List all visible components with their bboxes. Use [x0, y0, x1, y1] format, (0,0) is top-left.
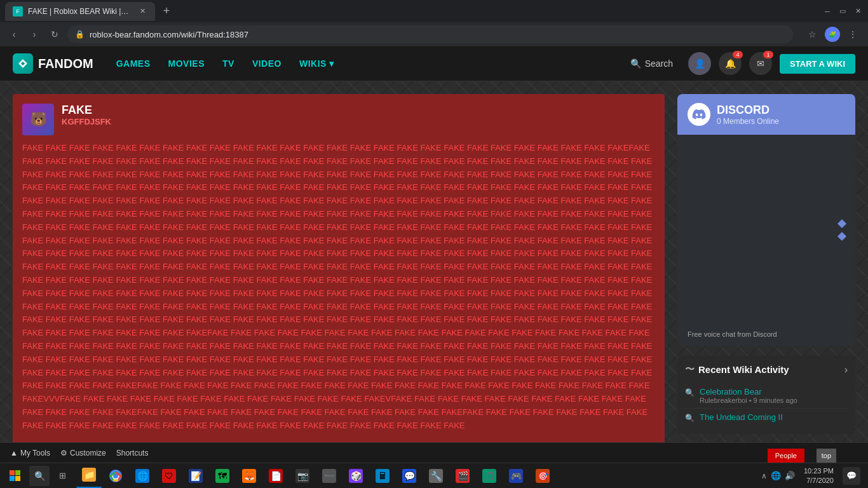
- taskbar-search-button[interactable]: 🔍: [29, 466, 50, 486]
- speaker-icon[interactable]: 🔊: [785, 471, 795, 480]
- post-card: 🐻 FAKE KGFFDJSFK FAKE FAKE FAKE FAKE FAK…: [13, 94, 665, 459]
- minimize-button[interactable]: ─: [822, 6, 832, 17]
- taskbar-right: ∧ 🌐 🔊 10:23 PM 7/7/2020 💬: [761, 464, 865, 487]
- activity-content-1: The Undead Coming II: [700, 412, 848, 422]
- my-tools-button[interactable]: ▲ My Tools: [10, 449, 50, 458]
- address-bar[interactable]: 🔒 roblox-bear.fandom.com/wiki/Thread:183…: [67, 25, 793, 43]
- activity-expand-button[interactable]: ›: [844, 364, 848, 376]
- taskbar-app-9[interactable]: 📷: [290, 463, 315, 489]
- browser-tab[interactable]: F FAKE | Roblox BEAR Wiki | Fando... ✕: [5, 2, 155, 21]
- recent-activity: 〜 Recent Wiki Activity › 🔍 Celebration B…: [677, 356, 855, 434]
- post-container: 🐻 FAKE KGFFDJSFK FAKE FAKE FAKE FAKE FAK…: [13, 94, 665, 459]
- maximize-button[interactable]: ▭: [837, 6, 848, 17]
- undead-coming-link[interactable]: The Undead Coming II: [700, 412, 848, 422]
- nav-wikis[interactable]: WIKIS ▾: [292, 55, 341, 72]
- top-badge[interactable]: top: [817, 449, 836, 463]
- nav-games[interactable]: GAMES: [109, 55, 158, 72]
- post-body: FAKE FAKE FAKE FAKE FAKE FAKE FAKE FAKE …: [13, 142, 665, 439]
- wikis-chevron-icon: ▾: [329, 58, 334, 69]
- bell-icon: 🔔: [725, 58, 736, 69]
- taskbar-app-8[interactable]: 📄: [263, 463, 288, 489]
- taskbar-app-15[interactable]: 🎬: [450, 463, 475, 489]
- app-11-icon: 🎲: [349, 469, 363, 483]
- window-controls: ─ ▭ ✕: [822, 6, 863, 17]
- menu-icon[interactable]: ⋮: [844, 25, 862, 43]
- diamond-1: [837, 219, 846, 228]
- new-tab-button[interactable]: +: [158, 3, 175, 20]
- tab-close-button[interactable]: ✕: [137, 6, 147, 17]
- discord-widget: DISCORD 0 Members Online Free voice chat…: [677, 94, 855, 346]
- app-18-icon: 🎯: [536, 469, 550, 483]
- activity-meta-0: Rulebreakerboi • 9 minutes ago: [700, 396, 848, 404]
- app-12-icon: 🖩: [376, 469, 390, 483]
- taskbar-app-3[interactable]: 🌐: [130, 463, 155, 489]
- task-view-button[interactable]: ⊞: [51, 464, 74, 487]
- activity-content-0: Celebration Bear Rulebreakerboi • 9 minu…: [700, 387, 848, 404]
- fandom-logo[interactable]: FANDOM: [13, 53, 93, 74]
- taskbar-app-16[interactable]: 🎵: [477, 463, 502, 489]
- people-badge[interactable]: People: [768, 449, 804, 463]
- network-icon[interactable]: 🌐: [771, 471, 781, 480]
- start-wiki-button[interactable]: START A WIKI: [780, 54, 855, 74]
- windows-taskbar: 🔍 ⊞ 📁 🌐 🛡 📝: [0, 463, 868, 488]
- bookmark-icon[interactable]: ☆: [803, 25, 821, 43]
- app-14-icon: 🔧: [429, 469, 443, 483]
- page-background: FANDOM GAMES MOVIES TV VIDEO WIKIS ▾ 🔍 S…: [0, 46, 868, 471]
- taskbar-app-file-explorer[interactable]: 📁: [76, 463, 102, 489]
- windows-logo-icon: [10, 470, 21, 482]
- taskbar-app-chrome[interactable]: [103, 463, 128, 489]
- bear-avatar-image: 🐻: [22, 104, 54, 135]
- nav-video[interactable]: VIDEO: [245, 55, 289, 72]
- app-6-icon: 🗺: [215, 469, 229, 483]
- taskbar-app-7[interactable]: 🦊: [236, 463, 262, 489]
- user-avatar-button[interactable]: 👤: [688, 52, 711, 75]
- browser-titlebar: F FAKE | Roblox BEAR Wiki | Fando... ✕ +…: [0, 0, 868, 22]
- gear-icon: ⚙: [60, 449, 67, 458]
- taskbar-app-12[interactable]: 🖩: [370, 463, 395, 489]
- shortcuts-button[interactable]: Shortcuts: [116, 449, 149, 458]
- taskbar-app-18[interactable]: 🎯: [530, 463, 555, 489]
- discord-body: [677, 135, 855, 325]
- profile-avatar: 🧩: [825, 27, 840, 42]
- browser-frame: F FAKE | Roblox BEAR Wiki | Fando... ✕ +…: [0, 0, 868, 46]
- taskbar-app-4[interactable]: 🛡: [156, 463, 182, 489]
- address-text: roblox-bear.fandom.com/wiki/Thread:18387: [90, 30, 785, 39]
- nav-tv[interactable]: TV: [215, 55, 242, 72]
- taskbar-app-5[interactable]: 📝: [183, 463, 208, 489]
- action-center-button[interactable]: 💬: [843, 467, 860, 485]
- notifications-button[interactable]: 🔔 4: [719, 52, 742, 75]
- fandom-logo-text: FANDOM: [38, 57, 93, 71]
- messages-button[interactable]: ✉ 1: [749, 52, 772, 75]
- sidebar: DISCORD 0 Members Online Free voice chat…: [677, 94, 855, 459]
- search-button[interactable]: 🔍 Search: [623, 55, 681, 72]
- up-arrow-icon[interactable]: ∧: [761, 471, 767, 480]
- taskbar-app-10[interactable]: ➖: [316, 463, 342, 489]
- forward-button[interactable]: ›: [27, 27, 42, 42]
- profile-extensions-icon[interactable]: 🧩: [824, 25, 841, 43]
- app-5-icon: 📝: [189, 469, 203, 483]
- close-button[interactable]: ✕: [853, 6, 863, 17]
- app-17-icon: 🎮: [509, 469, 523, 483]
- search-label: Search: [645, 58, 673, 69]
- taskbar-app-13[interactable]: 💬: [397, 463, 422, 489]
- activity-item-1: 🔍 The Undead Coming II: [685, 409, 848, 426]
- nav-movies[interactable]: MOVIES: [161, 55, 212, 72]
- discord-title-text: DISCORD: [717, 104, 779, 117]
- app-13-icon: 💬: [402, 469, 416, 483]
- taskbar-app-14[interactable]: 🔧: [423, 463, 449, 489]
- taskbar-app-6[interactable]: 🗺: [210, 463, 235, 489]
- fandom-bottom-toolbar: ▲ My Tools ⚙ Customize Shortcuts: [0, 442, 868, 463]
- activity-search-icon-0: 🔍: [685, 388, 695, 397]
- post-author[interactable]: KGFFDJSFK: [62, 117, 655, 126]
- user-avatar-icon: 👤: [695, 58, 705, 69]
- taskbar-app-11[interactable]: 🎲: [343, 463, 369, 489]
- browser-addressbar: ‹ › ↻ 🔒 roblox-bear.fandom.com/wiki/Thre…: [0, 22, 868, 46]
- taskbar-clock[interactable]: 10:23 PM 7/7/2020: [800, 464, 837, 487]
- taskbar-app-17[interactable]: 🎮: [503, 463, 529, 489]
- back-button[interactable]: ‹: [6, 27, 22, 42]
- discord-diamonds: [839, 220, 845, 240]
- reload-button[interactable]: ↻: [47, 27, 62, 42]
- celebration-bear-link[interactable]: Celebration Bear: [700, 387, 848, 396]
- start-button[interactable]: [3, 463, 28, 489]
- customize-button[interactable]: ⚙ Customize: [60, 449, 106, 458]
